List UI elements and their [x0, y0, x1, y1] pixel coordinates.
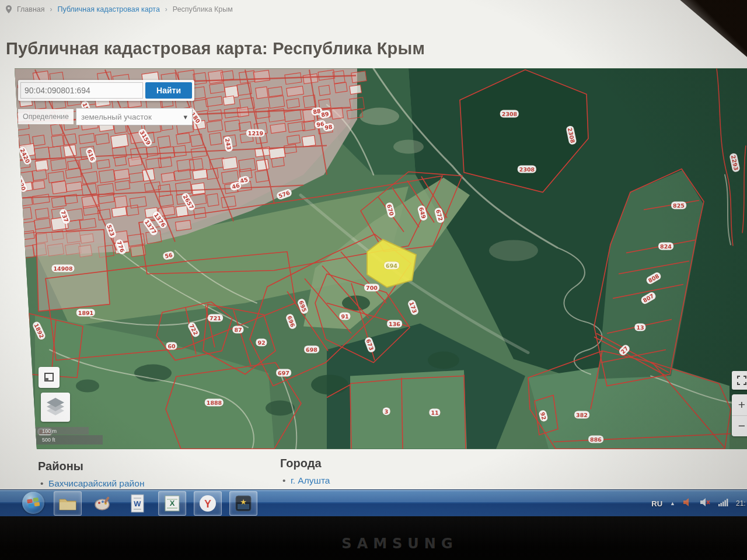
parcel-label[interactable]: 243	[223, 136, 233, 152]
yandex-browser-icon: Y	[198, 494, 217, 513]
parcel-label[interactable]: 1891	[76, 309, 95, 317]
parcel-label[interactable]: 3159	[137, 128, 153, 148]
zoom-out-button[interactable]: −	[732, 416, 747, 437]
parcel-search-input[interactable]	[20, 82, 143, 99]
parcel-label[interactable]: 698	[304, 346, 319, 354]
parcel-label[interactable]: 808	[645, 271, 662, 285]
pinned-apps: W X Y	[54, 491, 257, 516]
parcel-label[interactable]: 11	[429, 409, 440, 416]
windows-logo-icon	[27, 498, 40, 508]
zoom-control: + −	[732, 394, 747, 436]
breadcrumb-map-link[interactable]: Публичная кадастровая карта	[58, 5, 160, 13]
volume-icon[interactable]	[683, 498, 692, 509]
parcel-label[interactable]: 696	[285, 313, 297, 330]
explorer-taskbar-button[interactable]	[54, 491, 82, 516]
language-indicator[interactable]: RU	[651, 499, 662, 508]
parcel-label[interactable]: 56	[162, 251, 175, 261]
parcel-label[interactable]: 825	[671, 202, 686, 209]
parcel-label[interactable]: 776	[114, 239, 127, 256]
parcel-label[interactable]: 382	[574, 411, 589, 419]
parcel-label[interactable]: 91	[339, 313, 350, 320]
districts-column: Районы Бахчисарайский район	[38, 460, 144, 489]
parcel-label[interactable]: 98	[322, 123, 334, 132]
parcel-label[interactable]: 672	[434, 207, 445, 223]
laptop-brand-logo: SAMSUNG	[341, 536, 458, 552]
taskbar-clock[interactable]: 21:	[736, 499, 746, 508]
parcel-label[interactable]: 2308	[518, 166, 536, 173]
search-button[interactable]: Найти	[145, 82, 192, 99]
hidden-icons-button[interactable]: ▲	[670, 501, 675, 506]
city-link[interactable]: г. Алушта	[291, 475, 330, 485]
folder-icon	[58, 496, 77, 511]
parcel-label[interactable]: 89	[319, 110, 331, 119]
laptop-bezel: SAMSUNG	[0, 516, 747, 560]
parcel-label[interactable]: 649	[417, 205, 428, 221]
parcel-label[interactable]: 737	[58, 208, 71, 225]
breadcrumb-separator: ›	[165, 5, 167, 13]
extent-icon	[43, 372, 55, 383]
parcel-label[interactable]: 3	[383, 408, 390, 415]
parcel-label[interactable]: 700	[364, 284, 379, 292]
parcel-label[interactable]: 92	[256, 339, 267, 346]
extent-button[interactable]	[39, 367, 60, 388]
muted-speaker-icon[interactable]	[700, 498, 710, 509]
parcel-label[interactable]: 173	[407, 299, 419, 316]
zoom-in-button[interactable]: +	[732, 394, 747, 416]
parcel-label[interactable]: 616	[85, 147, 97, 164]
yandex-browser-taskbar-button[interactable]: Y	[194, 491, 222, 516]
breadcrumb-current: Республика Крым	[173, 5, 233, 13]
parcel-label[interactable]: 694	[384, 262, 399, 270]
parcel-label[interactable]: 824	[658, 243, 673, 250]
layers-button[interactable]	[41, 393, 70, 422]
list-item: Бахчисарайский район	[48, 478, 144, 489]
parcel-label[interactable]: 722	[187, 321, 201, 338]
district-link[interactable]: Бахчисарайский район	[48, 478, 144, 488]
parcel-label[interactable]: 46	[229, 181, 242, 191]
parcel-label[interactable]: 886	[588, 436, 603, 443]
scale-bar-metric: 100 m	[34, 427, 89, 435]
parcel-label[interactable]: 14908	[51, 265, 74, 272]
network-icon[interactable]	[718, 498, 728, 509]
parcel-label[interactable]: 2657	[180, 192, 196, 212]
list-item: г. Алушта	[291, 475, 330, 486]
parcel-label[interactable]: 697	[276, 369, 291, 377]
parcel-label[interactable]: 60	[166, 342, 177, 350]
parcel-label[interactable]: 136	[387, 320, 402, 328]
parcel-label[interactable]: 670	[385, 202, 396, 218]
excel-taskbar-button[interactable]: X	[158, 491, 186, 516]
object-type-select[interactable]: земельный участок ▾	[76, 108, 193, 125]
paint-taskbar-button[interactable]	[89, 492, 116, 515]
parcel-label[interactable]: 2293	[729, 153, 740, 173]
fullscreen-icon	[736, 375, 747, 386]
parcel-label[interactable]: 1220	[15, 173, 29, 194]
svg-text:W: W	[134, 499, 141, 508]
fullscreen-button[interactable]	[732, 371, 747, 390]
parcel-label[interactable]: 1888	[205, 399, 224, 407]
word-taskbar-button[interactable]: W	[124, 492, 151, 515]
parcel-label[interactable]: 13	[634, 324, 645, 331]
browser-page: Главная › Публичная кадастровая карта › …	[0, 0, 747, 516]
scale-bar-imperial: 500 ft	[34, 435, 103, 444]
parcel-label[interactable]: 695	[296, 298, 309, 315]
parcel-label[interactable]: 87	[232, 326, 243, 334]
cadastral-map[interactable]: 1571180315924206161220737265713761377523…	[15, 68, 747, 449]
parcel-label[interactable]: 2308	[566, 125, 577, 145]
parcel-label[interactable]: 807	[640, 291, 657, 305]
cities-column: Города г. Алушта	[280, 457, 330, 486]
page-title: Публичная кадастровая карта: Республика …	[6, 39, 425, 58]
parcel-label[interactable]: 576	[276, 188, 293, 200]
start-button[interactable]	[22, 492, 44, 514]
parcel-label[interactable]: 2308	[500, 110, 519, 118]
parcel-label[interactable]: 1219	[246, 130, 265, 137]
breadcrumb-home[interactable]: Главная	[17, 5, 45, 13]
windows-taskbar: W X Y	[0, 489, 747, 516]
parcel-label[interactable]: 92	[538, 410, 549, 422]
parcel-label[interactable]: 673	[364, 337, 376, 354]
parcel-label[interactable]: 2420	[18, 146, 32, 166]
parcel-label[interactable]: 721	[208, 314, 223, 322]
parcel-label[interactable]: 27	[618, 344, 631, 357]
system-tray: RU ▲ 21:	[651, 490, 747, 516]
parcel-label[interactable]: 1892	[32, 321, 46, 341]
photo-viewer-taskbar-button[interactable]: ★	[229, 491, 257, 516]
parcel-label[interactable]: 523	[104, 222, 117, 239]
